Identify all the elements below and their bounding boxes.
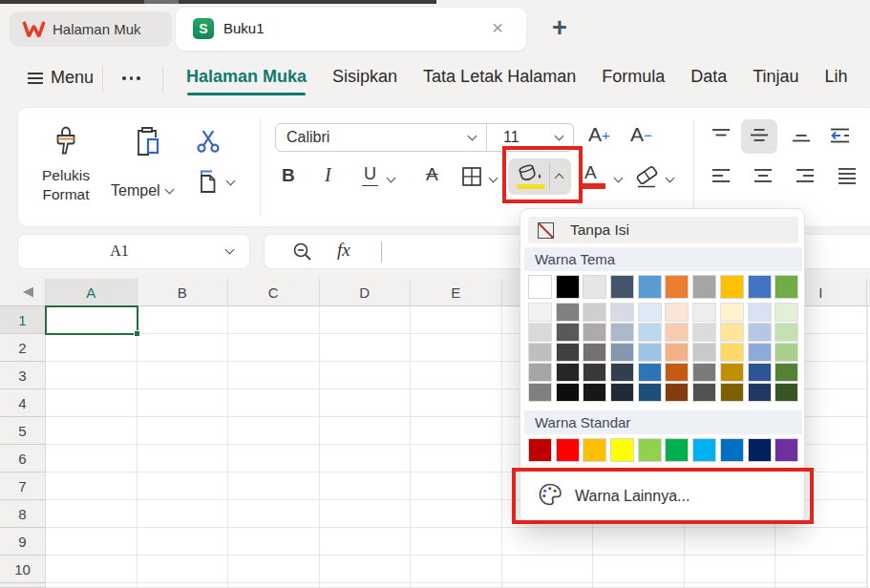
cell-D3[interactable] — [320, 362, 412, 389]
variant-swatch-0-1[interactable] — [556, 303, 580, 322]
cell-D4[interactable] — [320, 389, 412, 417]
cell-C9[interactable] — [228, 528, 320, 556]
cell-G10[interactable] — [593, 556, 685, 583]
chevron-down-icon[interactable] — [225, 245, 235, 255]
variant-swatch-4-9[interactable] — [775, 383, 798, 402]
variant-swatch-1-8[interactable] — [748, 323, 772, 342]
theme-color-swatch-6[interactable] — [692, 275, 716, 299]
variant-swatch-0-0[interactable] — [528, 303, 552, 322]
row-header-7[interactable]: 7 — [0, 472, 46, 500]
cell-E6[interactable] — [411, 445, 502, 472]
grow-font-button[interactable]: A+ — [588, 123, 610, 146]
variant-swatch-0-7[interactable] — [720, 303, 744, 322]
cell-A8[interactable] — [46, 500, 138, 528]
standard-color-swatch-9[interactable] — [775, 438, 798, 462]
underline-button[interactable]: U — [362, 164, 378, 186]
document-tab[interactable]: S Buku1 × — [176, 8, 526, 51]
row-header-6[interactable]: 6 — [0, 445, 46, 472]
variant-swatch-2-7[interactable] — [720, 343, 744, 362]
cell-C10[interactable] — [228, 556, 320, 583]
cell-A6[interactable] — [46, 445, 138, 472]
variant-swatch-1-2[interactable] — [583, 323, 606, 342]
row-header-8[interactable]: 8 — [0, 500, 46, 528]
fill-handle[interactable] — [134, 330, 140, 337]
cell-H10[interactable] — [685, 556, 776, 583]
tab-formula[interactable]: Formula — [602, 67, 665, 87]
column-header-A[interactable]: A — [46, 279, 138, 306]
cell-B8[interactable] — [138, 500, 229, 528]
variant-swatch-4-3[interactable] — [610, 383, 634, 402]
cell-G9[interactable] — [593, 528, 685, 556]
shrink-font-button[interactable]: A− — [630, 123, 652, 146]
variant-swatch-1-5[interactable] — [665, 323, 689, 342]
align-middle-icon[interactable] — [749, 126, 770, 149]
tab-tata-letak-halaman[interactable]: Tata Letak Halaman — [423, 67, 576, 87]
cell-B11[interactable] — [138, 583, 229, 588]
variant-swatch-1-0[interactable] — [528, 323, 552, 342]
align-left-icon[interactable] — [711, 166, 732, 189]
variant-swatch-2-1[interactable] — [556, 343, 580, 362]
variant-swatch-3-2[interactable] — [583, 363, 606, 382]
variant-swatch-2-4[interactable] — [638, 343, 662, 362]
theme-color-swatch-3[interactable] — [610, 275, 634, 299]
menu-button-label[interactable]: Menu — [51, 68, 94, 88]
cell-E7[interactable] — [411, 472, 502, 500]
hamburger-menu-icon[interactable] — [28, 73, 43, 84]
bold-button[interactable]: B — [282, 165, 295, 186]
cell-B6[interactable] — [138, 445, 229, 472]
cut-icon[interactable] — [195, 127, 222, 158]
tab-lihat[interactable]: Lih — [825, 67, 848, 87]
variant-swatch-0-5[interactable] — [665, 303, 689, 322]
cell-I10[interactable] — [775, 556, 867, 583]
cell-E4[interactable] — [411, 389, 502, 417]
cell-E11[interactable] — [411, 583, 502, 588]
variant-swatch-0-3[interactable] — [610, 303, 634, 322]
row-header-2[interactable]: 2 — [0, 334, 46, 362]
cell-F9[interactable] — [502, 528, 594, 556]
row-header-9[interactable]: 9 — [0, 528, 46, 556]
variant-swatch-3-0[interactable] — [528, 363, 552, 382]
row-header-5[interactable]: 5 — [0, 417, 46, 445]
tab-sisipkan[interactable]: Sisipkan — [332, 67, 397, 87]
search-function-icon[interactable] — [291, 241, 314, 267]
cell-D9[interactable] — [320, 528, 412, 556]
standard-color-swatch-2[interactable] — [583, 438, 606, 462]
theme-color-swatch-8[interactable] — [748, 275, 772, 299]
standard-color-swatch-7[interactable] — [720, 438, 744, 462]
variant-swatch-4-8[interactable] — [748, 383, 772, 402]
standard-color-swatch-1[interactable] — [556, 438, 580, 462]
row-header-4[interactable]: 4 — [0, 389, 46, 417]
variant-swatch-0-2[interactable] — [583, 303, 606, 322]
variant-swatch-4-6[interactable] — [692, 383, 716, 402]
paste-icon[interactable] — [132, 124, 162, 162]
cell-C3[interactable] — [228, 362, 320, 389]
cell-C5[interactable] — [228, 417, 320, 445]
variant-swatch-2-3[interactable] — [610, 343, 634, 362]
variant-swatch-2-6[interactable] — [692, 343, 716, 362]
cell-C4[interactable] — [228, 389, 320, 417]
theme-color-swatch-5[interactable] — [665, 275, 689, 299]
standard-color-swatch-0[interactable] — [528, 438, 552, 462]
cell-A2[interactable] — [46, 334, 138, 362]
borders-icon[interactable] — [461, 166, 482, 191]
cell-A7[interactable] — [46, 472, 138, 500]
standard-color-swatch-4[interactable] — [638, 438, 662, 462]
fx-icon[interactable]: fx — [337, 240, 350, 261]
app-home-tab[interactable]: Halaman Muk — [10, 11, 172, 47]
cell-D8[interactable] — [320, 500, 412, 528]
decrease-indent-icon[interactable] — [829, 126, 852, 149]
cell-D10[interactable] — [320, 556, 412, 583]
cell-E3[interactable] — [411, 362, 502, 389]
selected-cell-A1[interactable] — [45, 305, 138, 335]
row-header-10[interactable]: 10 — [0, 556, 46, 583]
cell-E1[interactable] — [411, 306, 502, 334]
name-box[interactable]: A1 — [17, 234, 250, 269]
standard-color-swatch-6[interactable] — [692, 438, 716, 462]
variant-swatch-2-2[interactable] — [583, 343, 606, 362]
chevron-down-icon[interactable] — [555, 132, 564, 141]
standard-color-swatch-3[interactable] — [610, 438, 634, 462]
column-header-C[interactable]: C — [228, 279, 320, 306]
variant-swatch-4-4[interactable] — [638, 383, 662, 402]
close-tab-icon[interactable]: × — [492, 16, 503, 39]
align-right-icon[interactable] — [795, 166, 816, 189]
